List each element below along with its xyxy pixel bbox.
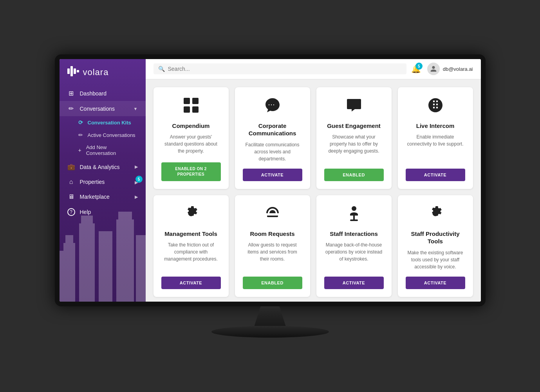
kits-icon: ⟳ (78, 119, 83, 126)
notification-bell[interactable]: 🔔 5 (411, 64, 421, 74)
compendium-desc: Answer your guests' standard questions a… (161, 133, 221, 156)
room-requests-icon (264, 205, 281, 225)
sidebar-label-add-new-conversation: Add New Conversation (86, 144, 138, 156)
cards-grid: Compendium Answer your guests' standard … (146, 79, 481, 302)
add-conv-icon: + (78, 147, 81, 153)
help-icon: ? (67, 208, 75, 216)
card-staff-interactions: Staff Interactions Manage back-of-the-ho… (316, 195, 392, 297)
staff-productivity-title: Staff Productivity Tools (406, 230, 465, 245)
room-requests-desc: Allow guests to request items and servic… (243, 241, 302, 270)
card-guest-engagement: Guest Engagement Showcase what your prop… (316, 87, 392, 189)
user-area[interactable]: db@volara.ai (427, 63, 473, 75)
search-input[interactable] (168, 66, 402, 72)
logo-text: volara (83, 67, 109, 77)
sidebar-label-properties: Properties (80, 179, 130, 185)
properties-icon: ⌂ (67, 178, 75, 185)
corporate-comm-desc: Facilitate communications across levels … (243, 141, 302, 162)
notification-badge: 5 (415, 63, 423, 70)
card-compendium: Compendium Answer your guests' standard … (154, 87, 229, 189)
svg-rect-16 (192, 106, 199, 113)
sidebar-label-conversation-kits: Conversation Kits (88, 120, 131, 126)
corporate-comm-icon (264, 97, 281, 117)
live-intercom-desc: Enable immediate connectivity to live su… (406, 133, 465, 162)
management-tools-desc: Take the friction out of compliance with… (161, 241, 221, 270)
svg-rect-19 (350, 219, 358, 221)
volara-logo-icon (67, 65, 79, 79)
sidebar-item-conversations[interactable]: ✏ Conversations ▼ (60, 101, 146, 116)
sidebar: volara ⊞ Dashboard ✏ Conversations ▼ (60, 59, 146, 302)
room-requests-title: Room Requests (250, 230, 294, 238)
live-intercom-title: Live Intercom (416, 122, 455, 130)
svg-point-17 (352, 206, 356, 211)
user-email: db@volara.ai (443, 66, 473, 72)
svg-rect-14 (192, 98, 199, 104)
dashboard-icon: ⊞ (67, 90, 75, 97)
management-tools-title: Management Tools (164, 230, 217, 238)
svg-rect-13 (184, 98, 190, 104)
card-live-intercom: Live Intercom Enable immediate connectiv… (398, 87, 473, 189)
sidebar-label-dashboard: Dashboard (80, 90, 138, 97)
staff-interactions-button[interactable]: ACTIVATE (324, 277, 384, 289)
sidebar-item-conversation-kits[interactable]: ⟳ Conversation Kits (60, 116, 146, 129)
sidebar-label-help: Help (80, 209, 138, 215)
sidebar-item-help[interactable]: ? Help (60, 204, 146, 220)
svg-rect-12 (77, 70, 79, 72)
svg-rect-10 (70, 66, 73, 76)
stand-base (211, 326, 329, 338)
card-room-requests: Room Requests Allow guests to request it… (235, 195, 310, 297)
logo-area: volara (60, 59, 146, 86)
marketplace-icon: 🖥 (67, 193, 75, 200)
sidebar-item-add-new-conversation[interactable]: + Add New Conversation (60, 141, 146, 159)
properties-badge: 5 (135, 176, 143, 183)
guest-engagement-icon (345, 97, 363, 117)
search-icon: 🔍 (158, 66, 165, 72)
app-container: volara ⊞ Dashboard ✏ Conversations ▼ (60, 59, 481, 302)
compendium-button[interactable]: ENABLED ON 2 PROPERTIES (161, 162, 221, 181)
staff-interactions-icon (345, 205, 363, 225)
staff-interactions-desc: Manage back-of-the-house operations by v… (324, 241, 384, 270)
sidebar-item-properties[interactable]: ⌂ Properties ▶ 5 (60, 174, 146, 189)
header: 🔍 🔔 5 db@volara.ai (146, 59, 481, 79)
live-intercom-button[interactable]: ACTIVATE (406, 169, 465, 181)
staff-productivity-button[interactable]: ACTIVATE (406, 277, 465, 289)
guest-engagement-title: Guest Engagement (327, 122, 381, 130)
header-right: 🔔 5 db@volara.ai (411, 63, 473, 75)
search-container: 🔍 (154, 63, 406, 74)
guest-engagement-desc: Showcase what your property has to offer… (324, 133, 384, 162)
staff-interactions-title: Staff Interactions (330, 230, 378, 238)
data-analytics-icon: 💼 (67, 163, 75, 171)
svg-rect-9 (67, 68, 70, 74)
staff-productivity-desc: Make the existing software tools used by… (406, 249, 465, 270)
main-content: 🔍 🔔 5 db@volara.ai (146, 59, 481, 302)
sidebar-item-dashboard[interactable]: ⊞ Dashboard (60, 86, 146, 101)
corporate-comm-title: Corporate Communications (243, 122, 302, 137)
compendium-title: Compendium (172, 122, 210, 130)
stand-neck (255, 306, 286, 326)
active-conv-icon: ✏ (78, 132, 83, 138)
monitor-stand (55, 306, 486, 338)
staff-productivity-icon (427, 205, 444, 225)
sidebar-item-data-analytics[interactable]: 💼 Data & Analytics ▶ (60, 159, 146, 174)
card-management-tools: Management Tools Take the friction out o… (154, 195, 229, 297)
conversations-icon: ✏ (67, 105, 75, 112)
sidebar-item-marketplace[interactable]: 🖥 Marketplace ▶ (60, 189, 146, 204)
sidebar-label-data-analytics: Data & Analytics (80, 164, 130, 170)
sidebar-label-conversations: Conversations (80, 106, 129, 112)
compendium-icon (182, 97, 200, 117)
sidebar-label-active-conversations: Active Conversations (88, 132, 135, 138)
sidebar-content: volara ⊞ Dashboard ✏ Conversations ▼ (60, 59, 146, 302)
data-analytics-chevron-icon: ▶ (135, 164, 138, 169)
guest-engagement-button[interactable]: ENABLED (324, 169, 384, 181)
management-tools-button[interactable]: ACTIVATE (161, 277, 221, 289)
monitor-screen: volara ⊞ Dashboard ✏ Conversations ▼ (55, 54, 486, 306)
live-intercom-icon (427, 97, 444, 117)
card-staff-productivity: Staff Productivity Tools Make the existi… (398, 195, 473, 297)
svg-rect-15 (184, 106, 190, 113)
conversations-chevron-icon: ▼ (134, 106, 138, 111)
sidebar-item-active-conversations[interactable]: ✏ Active Conversations (60, 129, 146, 141)
corporate-comm-button[interactable]: ACTIVATE (243, 169, 302, 181)
sidebar-label-marketplace: Marketplace (80, 194, 130, 200)
card-corporate-communications: Corporate Communications Facilitate comm… (235, 87, 310, 189)
management-tools-icon (182, 205, 200, 225)
room-requests-button[interactable]: ENABLED (243, 277, 302, 289)
